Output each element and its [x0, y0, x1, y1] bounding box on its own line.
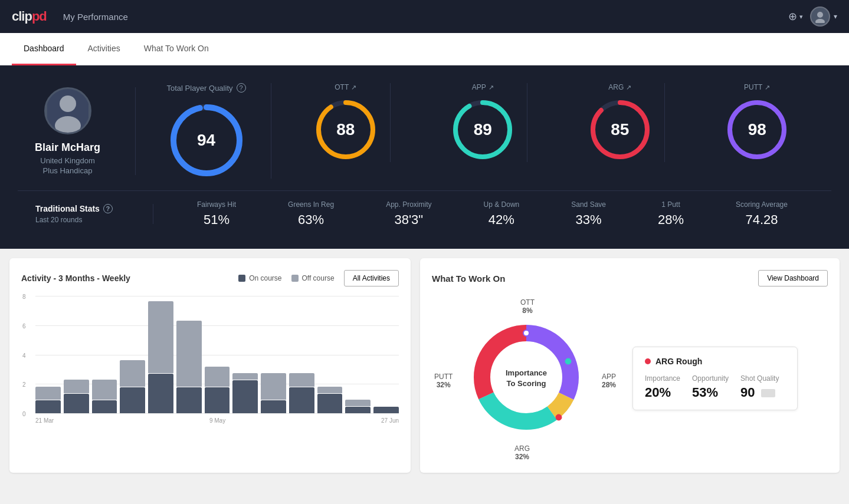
- bar-on-course: [317, 394, 343, 413]
- trad-stats-help[interactable]: ?: [103, 204, 113, 213]
- bar-group: [64, 296, 89, 413]
- donut-label-ott: OTT8%: [520, 298, 535, 315]
- stat-fairways-value: 51%: [197, 212, 236, 228]
- trad-stats: Traditional Stats ? Last 20 rounds Fairw…: [18, 190, 831, 237]
- player-handicap: Plus Handicap: [43, 166, 93, 175]
- player-country: United Kingdom: [40, 156, 95, 165]
- x-label-jun: 27 Jun: [381, 417, 399, 424]
- user-menu[interactable]: ▾: [810, 6, 837, 27]
- bar-group: [345, 296, 371, 413]
- bar-group: [176, 296, 202, 413]
- stat-updown-value: 42%: [484, 212, 520, 228]
- stat-updown: Up & Down 42%: [484, 200, 520, 228]
- all-activities-button[interactable]: All Activities: [344, 270, 399, 286]
- tab-what-to-work-on[interactable]: What To Work On: [132, 33, 221, 65]
- x-axis-labels: 21 Mar 9 May 27 Jun: [35, 417, 399, 424]
- stat-1putt: 1 Putt 28%: [658, 200, 684, 228]
- logo[interactable]: clippd: [12, 9, 47, 24]
- bar-on-course: [64, 394, 89, 413]
- chart-bars: [35, 296, 399, 414]
- add-icon: ⊕: [788, 10, 797, 23]
- stat-sandsave-value: 33%: [571, 212, 606, 228]
- svg-point-4: [55, 116, 81, 134]
- bar-on-course: [205, 387, 230, 413]
- arg-label: ARG ↗: [608, 83, 631, 91]
- info-metrics: Importance 20% Opportunity 53% Shot Qual…: [645, 374, 785, 400]
- bar-on-course: [176, 387, 202, 413]
- stat-scoring: Scoring Average 74.28: [736, 200, 788, 228]
- svg-point-1: [815, 19, 825, 23]
- putt-label: PUTT ↗: [744, 83, 770, 91]
- bar-off-course: [64, 380, 89, 393]
- importance-label: Importance: [645, 374, 680, 383]
- stat-1putt-label: 1 Putt: [658, 200, 684, 209]
- bar-group: [205, 296, 230, 413]
- stat-items: Fairways Hit 51% Greens In Reg 63% App. …: [153, 200, 814, 228]
- scores-section: Total Player Quality ? 94 OTT: [136, 83, 831, 179]
- trad-stats-sub: Last 20 rounds: [35, 216, 135, 224]
- arg-value: 85: [611, 120, 629, 139]
- app-value: 89: [474, 120, 492, 139]
- chart-legend: On course Off course: [238, 274, 335, 282]
- bottom-panels: Activity - 3 Months - Weekly On course O…: [0, 249, 849, 482]
- wtw-title: What To Work On: [432, 274, 505, 284]
- score-cols: OTT ↗ 88 APP ↗: [271, 83, 831, 162]
- stat-greens-label: Greens In Reg: [288, 200, 334, 209]
- user-chevron: ▾: [834, 12, 837, 21]
- ott-arrow: ↗: [351, 84, 356, 91]
- header-title: My Performance: [63, 12, 128, 22]
- view-dashboard-button[interactable]: View Dashboard: [758, 270, 828, 286]
- activity-header: Activity - 3 Months - Weekly On course O…: [21, 270, 399, 286]
- bar-off-course: [317, 387, 343, 393]
- y-label-0: 0: [22, 411, 26, 417]
- ott-label: OTT ↗: [335, 83, 356, 91]
- bar-off-course: [120, 360, 145, 386]
- donut-chart: ImportanceTo Scoring: [467, 318, 585, 439]
- total-quality-ring: 94: [168, 102, 245, 179]
- importance-value: 20%: [645, 385, 680, 400]
- stat-greens: Greens In Reg 63%: [288, 200, 334, 228]
- metric-shot-quality: Shot Quality 90: [740, 374, 779, 400]
- shot-quality-label: Shot Quality: [740, 374, 779, 383]
- tab-dashboard[interactable]: Dashboard: [12, 33, 76, 65]
- arg-ring: 85: [588, 97, 653, 162]
- score-arg: ARG ↗ 85: [576, 83, 665, 162]
- stat-updown-label: Up & Down: [484, 200, 520, 209]
- total-quality-label: Total Player Quality ?: [167, 83, 246, 93]
- what-to-work-on-panel: What To Work On View Dashboard OTT8% APP…: [420, 258, 840, 473]
- svg-point-21: [565, 358, 571, 364]
- stat-proximity-label: App. Proximity: [386, 200, 431, 209]
- bar-group: [289, 296, 314, 413]
- tab-activities[interactable]: Activities: [76, 33, 132, 65]
- bar-on-course: [35, 400, 61, 413]
- stat-1putt-value: 28%: [658, 212, 684, 228]
- trad-stats-label: Traditional Stats ? Last 20 rounds: [35, 204, 153, 224]
- player-info: Blair McHarg United Kingdom Plus Handica…: [18, 87, 136, 175]
- avatar: [810, 6, 830, 27]
- svg-point-22: [556, 414, 562, 420]
- legend-on-dot: [238, 275, 245, 282]
- bar-on-course: [373, 407, 399, 413]
- arg-info-card: ARG Rough Importance 20% Opportunity 53%…: [632, 347, 798, 410]
- bar-group: [120, 296, 145, 413]
- legend-on-course: On course: [238, 274, 281, 282]
- hero-section: Blair McHarg United Kingdom Plus Handica…: [0, 65, 849, 249]
- stat-fairways-label: Fairways Hit: [197, 200, 236, 209]
- add-button[interactable]: ⊕ ▾: [788, 10, 803, 23]
- y-label-6: 6: [22, 322, 26, 329]
- bar-off-course: [92, 380, 117, 399]
- trad-stats-title: Traditional Stats ?: [35, 204, 135, 213]
- total-quality-help[interactable]: ?: [237, 83, 246, 93]
- activity-panel: Activity - 3 Months - Weekly On course O…: [9, 258, 411, 473]
- donut-label-putt: PUTT32%: [434, 373, 453, 389]
- donut-label-app: APP28%: [602, 373, 616, 389]
- bar-off-course: [289, 373, 314, 386]
- bar-on-course: [345, 407, 371, 413]
- x-label-may: 9 May: [209, 417, 225, 424]
- bar-off-course: [232, 373, 258, 380]
- hero-top: Blair McHarg United Kingdom Plus Handica…: [18, 83, 831, 179]
- putt-ring: 98: [725, 97, 789, 162]
- header-actions: ⊕ ▾ ▾: [788, 6, 837, 27]
- metric-importance: Importance 20%: [645, 374, 680, 400]
- player-avatar: [44, 87, 91, 134]
